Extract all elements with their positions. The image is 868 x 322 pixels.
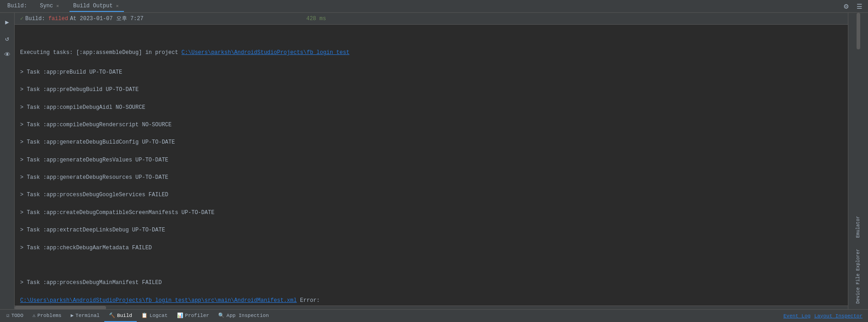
app-inspection-label: App Inspection bbox=[226, 313, 268, 318]
problems-label: Problems bbox=[38, 313, 62, 318]
task-line-9: > Task :app:createDebugCompatibleScreenM… bbox=[20, 209, 842, 217]
tab-app-inspection[interactable]: 🔍 App Inspection bbox=[214, 310, 273, 322]
manifest-error-line: C:\Users\parksh\AndroidStudioProjects\fb… bbox=[20, 296, 842, 305]
manifest-link[interactable]: C:\Users\parksh\AndroidStudioProjects\fb… bbox=[20, 297, 297, 304]
top-tab-bar: Build: Sync ✕ Build Output ✕ ⚙ ☰ bbox=[0, 0, 868, 13]
task-line-6: > Task :app:generateDebugResValues UP-TO… bbox=[20, 156, 842, 165]
executing-prefix: Executing tasks: [:app:assembleDebug] in… bbox=[20, 49, 178, 56]
right-panel: Emulator Device File Explorer bbox=[848, 13, 868, 309]
profiler-label: Profiler bbox=[185, 313, 209, 318]
bottom-bar: ☑ TODO ⚠ Problems ▶ Terminal 🔨 Build 📋 L… bbox=[0, 309, 868, 322]
vertical-scrollbar[interactable] bbox=[857, 13, 860, 210]
layout-button[interactable]: ☰ bbox=[855, 2, 864, 11]
sidebar-reload-icon[interactable]: ↺ bbox=[2, 33, 13, 44]
task-line-8: > Task :app:processDebugGoogleServices F… bbox=[20, 191, 842, 199]
vertical-scrollbar-thumb[interactable] bbox=[857, 13, 860, 49]
tab-build-output-close[interactable]: ✕ bbox=[114, 3, 120, 9]
problems-icon: ⚠ bbox=[32, 312, 36, 318]
task-line-3: > Task :app:compileDebugAidl NO-SOURCE bbox=[20, 103, 842, 112]
emulator-tab[interactable]: Emulator bbox=[855, 214, 862, 240]
todo-label: TODO bbox=[11, 313, 23, 318]
executing-line: Executing tasks: [:app:assembleDebug] in… bbox=[20, 46, 842, 59]
console-output[interactable]: Executing tasks: [:app:assembleDebug] in… bbox=[15, 25, 848, 306]
project-path-link[interactable]: C:\Users\parksh\AndroidStudioProjects\fb… bbox=[182, 49, 349, 56]
sidebar-eye-icon[interactable]: 👁 bbox=[2, 49, 13, 60]
build-status: ✓ Build: failed At 2023-01-07 오후 7:27 bbox=[20, 15, 144, 22]
main-area: ▶ ↺ 👁 ✓ Build: failed At 2023-01-07 오후 7… bbox=[0, 13, 868, 309]
terminal-icon: ▶ bbox=[70, 312, 74, 318]
tab-sync[interactable]: Sync ✕ bbox=[36, 1, 64, 12]
horizontal-scrollbar[interactable] bbox=[15, 306, 848, 309]
tab-sync-close[interactable]: ✕ bbox=[55, 3, 60, 9]
task-line-11: > Task :app:checkDebugAarMetadata FAILED bbox=[20, 244, 842, 252]
task-line-2: > Task :app:preDebugBuild UP-TO-DATE bbox=[20, 86, 842, 94]
task-line-7: > Task :app:generateDebugResources UP-TO… bbox=[20, 173, 842, 182]
tab-build-output-label: Build Output bbox=[73, 3, 113, 9]
build-output-panel: ✓ Build: failed At 2023-01-07 오후 7:27 42… bbox=[15, 13, 848, 309]
tab-sync-label: Sync bbox=[40, 3, 53, 9]
build-label: Build bbox=[117, 313, 132, 318]
right-tabs: Emulator Device File Explorer bbox=[848, 210, 868, 309]
task-line-5: > Task :app:generateDebugBuildConfig UP-… bbox=[20, 138, 842, 147]
tab-list: Build: Sync ✕ Build Output ✕ bbox=[4, 1, 841, 12]
task-line-1: > Task :app:preBuild UP-TO-DATE bbox=[20, 68, 842, 77]
top-bar-actions: ⚙ ☰ bbox=[841, 2, 864, 11]
tab-todo[interactable]: ☑ TODO bbox=[2, 310, 28, 322]
event-log-link[interactable]: Event Log bbox=[783, 313, 810, 319]
settings-button[interactable]: ⚙ bbox=[841, 2, 851, 11]
tab-build-bottom[interactable]: 🔨 Build bbox=[104, 310, 137, 322]
todo-icon: ☑ bbox=[6, 312, 10, 318]
horizontal-scrollbar-thumb[interactable] bbox=[15, 306, 106, 309]
build-icon: 🔨 bbox=[109, 312, 115, 318]
build-time: At 2023-01-07 오후 7:27 bbox=[70, 15, 144, 22]
task-line-13: > Task :app:processDebugMainManifest FAI… bbox=[20, 279, 842, 287]
logcat-label: Logcat bbox=[150, 313, 168, 318]
task-line-4: > Task :app:compileDebugRenderscript NO-… bbox=[20, 121, 842, 129]
task-line-10: > Task :app:extractDeepLinksDebug UP-TO-… bbox=[20, 226, 842, 235]
app-inspection-icon: 🔍 bbox=[218, 312, 225, 318]
terminal-label: Terminal bbox=[75, 313, 100, 318]
tab-problems[interactable]: ⚠ Problems bbox=[28, 310, 66, 322]
bottom-right-links: Event Log Layout Inspector bbox=[783, 313, 866, 319]
blank-line-1 bbox=[20, 261, 842, 270]
tab-build-label: Build: bbox=[7, 3, 27, 9]
layout-inspector-link[interactable]: Layout Inspector bbox=[814, 313, 863, 319]
build-header: ✓ Build: failed At 2023-01-07 오후 7:27 42… bbox=[15, 13, 848, 25]
build-status-label: Build: failed bbox=[25, 16, 68, 22]
logcat-icon: 📋 bbox=[141, 312, 148, 318]
device-file-tab[interactable]: Device File Explorer bbox=[855, 247, 862, 306]
sidebar-build-icon[interactable]: ▶ bbox=[2, 16, 13, 27]
tab-profiler[interactable]: 📊 Profiler bbox=[172, 310, 214, 322]
checkmark-icon: ✓ bbox=[20, 15, 23, 22]
tab-build[interactable]: Build: bbox=[4, 1, 31, 12]
tab-build-output[interactable]: Build Output ✕ bbox=[70, 1, 123, 12]
profiler-icon: 📊 bbox=[177, 312, 183, 318]
build-ms: 428 ms bbox=[306, 16, 326, 22]
left-sidebar: ▶ ↺ 👁 bbox=[0, 13, 15, 309]
tab-logcat[interactable]: 📋 Logcat bbox=[137, 310, 172, 322]
tab-terminal[interactable]: ▶ Terminal bbox=[66, 310, 104, 322]
